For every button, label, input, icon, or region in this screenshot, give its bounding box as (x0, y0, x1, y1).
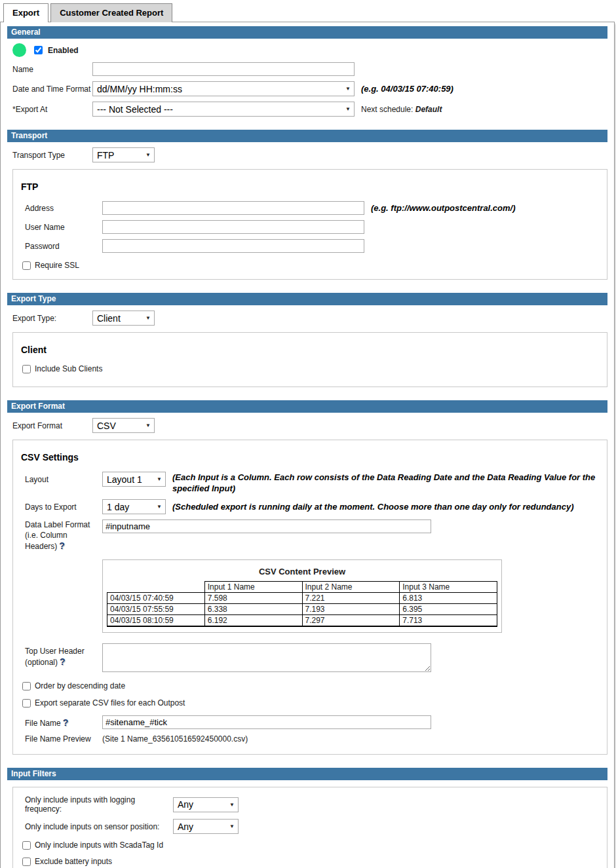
export-format-label: Export Format (12, 421, 92, 430)
ftp-username-row: User Name (25, 220, 599, 234)
name-input[interactable] (92, 62, 355, 76)
input-filters-box: Only include inputs with logging frequen… (12, 787, 607, 868)
section-input-filters: Input Filters Only include inputs with l… (7, 768, 607, 868)
section-export-format: Export Format Export Format CSV ▼ CSV Se… (7, 400, 607, 755)
require-ssl-checkbox[interactable] (22, 261, 31, 270)
csv-settings-heading: CSV Settings (21, 452, 599, 462)
tab-customer-created-report[interactable]: Customer Created Report (50, 3, 172, 22)
ftp-username-input[interactable] (102, 220, 364, 234)
include-sub-clients-row: Include Sub Clients (22, 364, 599, 373)
file-name-row: File Name? (25, 715, 599, 729)
next-schedule-value: Default (415, 105, 442, 114)
exclude-battery-label: Exclude battery inputs (35, 857, 112, 866)
layout-row: Layout Layout 1 ▼ (Each Input is a Colum… (25, 472, 599, 494)
ftp-password-input[interactable] (102, 239, 364, 253)
logging-frequency-row: Only include inputs with logging frequen… (25, 795, 599, 814)
ftp-password-row: Password (25, 239, 599, 253)
datetime-format-select[interactable]: dd/MM/yy HH:mm:ss ▼ (92, 81, 355, 96)
next-schedule-label: Next schedule: (361, 105, 413, 114)
enabled-label: Enabled (48, 46, 79, 55)
export-at-select[interactable]: --- Not Selected --- ▼ (92, 102, 355, 117)
transport-type-select[interactable]: FTP ▼ (92, 147, 155, 162)
order-desc-checkbox[interactable] (22, 682, 31, 690)
include-sub-clients-label: Include Sub Clients (35, 364, 102, 373)
days-to-export-value: 1 day (107, 502, 129, 512)
export-format-select[interactable]: CSV ▼ (92, 418, 155, 433)
preview-col-header (107, 582, 205, 593)
help-icon[interactable]: ? (60, 656, 66, 667)
help-icon[interactable]: ? (63, 717, 69, 728)
preview-row: 04/03/15 07:40:597.5987.2216.813 (107, 593, 497, 604)
days-to-export-label: Days to Export (25, 502, 102, 512)
scadatag-label: Only include inputs with ScadaTag Id (35, 840, 163, 850)
help-icon[interactable]: ? (59, 540, 65, 551)
status-green-dot-icon (12, 43, 26, 57)
scadatag-checkbox[interactable] (22, 841, 31, 850)
file-name-text: File Name (25, 719, 61, 728)
preview-header-row: Input 1 NameInput 2 NameInput 3 Name (107, 582, 497, 593)
csv-preview-table: Input 1 NameInput 2 NameInput 3 Name 04/… (107, 581, 497, 627)
data-label-format-label: Data Label Format (i.e. Column Headers)? (25, 519, 102, 552)
file-name-label: File Name? (25, 717, 102, 728)
require-ssl-label: Require SSL (35, 261, 79, 270)
name-row: Name (12, 62, 607, 76)
export-type-label: Export Type: (12, 314, 92, 323)
logging-frequency-select[interactable]: Any ▼ (173, 797, 239, 812)
ftp-username-label: User Name (25, 223, 102, 232)
datetime-format-hint: (e.g. 04/03/15 07:40:59) (361, 84, 453, 94)
separate-files-checkbox[interactable] (22, 699, 31, 708)
top-user-header-textarea[interactable] (102, 643, 431, 672)
export-type-value: Client (97, 313, 121, 324)
ftp-password-label: Password (25, 242, 102, 251)
preview-col-header: Input 3 Name (400, 582, 497, 593)
datetime-format-value: dd/MM/yy HH:mm:ss (97, 84, 182, 94)
tab-export[interactable]: Export (3, 3, 48, 22)
order-desc-label: Order by descending date (35, 681, 125, 690)
ftp-address-input[interactable] (102, 201, 364, 215)
chevron-down-icon: ▼ (345, 86, 351, 92)
include-sub-clients-checkbox[interactable] (22, 365, 31, 373)
export-type-row: Export Type: Client ▼ (12, 311, 607, 326)
tab-bar: Export Customer Created Report (0, 0, 616, 22)
top-user-header-text: Top User Header (optional) (25, 647, 85, 667)
preview-row: 04/03/15 07:55:596.3387.1936.395 (107, 604, 497, 615)
exclude-battery-row: Exclude battery inputs (22, 857, 599, 866)
logging-frequency-value: Any (178, 799, 193, 810)
data-label-format-text: Data Label Format (i.e. Column Headers) (25, 520, 90, 551)
csv-content-preview: CSV Content Preview Input 1 NameInput 2 … (102, 559, 502, 633)
sensor-position-label: Only include inputs on sensor position: (25, 822, 173, 831)
client-settings-box: Client Include Sub Clients (12, 332, 607, 387)
layout-hint: (Each Input is a Column. Each row consis… (172, 472, 597, 494)
top-user-header-row: Top User Header (optional)? (25, 643, 599, 672)
sensor-position-select[interactable]: Any ▼ (173, 819, 239, 834)
days-to-export-select[interactable]: 1 day ▼ (102, 499, 166, 514)
export-format-row: Export Format CSV ▼ (12, 418, 607, 433)
next-schedule-text: Next schedule: Default (361, 105, 442, 114)
datetime-format-label: Date and Time Format (12, 85, 92, 94)
export-at-row: *Export At --- Not Selected --- ▼ Next s… (12, 102, 607, 117)
chevron-down-icon: ▼ (145, 423, 151, 428)
preview-col-header: Input 2 Name (302, 582, 400, 593)
data-label-format-row: Data Label Format (i.e. Column Headers)? (25, 519, 599, 552)
section-export-type: Export Type Export Type: Client ▼ Client… (7, 293, 607, 387)
layout-label: Layout (25, 472, 102, 484)
scadatag-row: Only include inputs with ScadaTag Id (22, 840, 599, 850)
layout-value: Layout 1 (107, 474, 142, 485)
client-heading: Client (21, 345, 599, 355)
chevron-down-icon: ▼ (145, 152, 151, 158)
file-name-input[interactable] (102, 715, 431, 729)
transport-type-value: FTP (97, 150, 114, 160)
layout-select[interactable]: Layout 1 ▼ (102, 472, 166, 487)
section-header-transport: Transport (7, 130, 607, 142)
separate-files-row: Export separate CSV files for each Outpo… (22, 698, 599, 708)
export-type-select[interactable]: Client ▼ (92, 311, 155, 326)
exclude-battery-checkbox[interactable] (22, 858, 31, 866)
name-label: Name (12, 65, 92, 74)
section-header-general: General (7, 26, 607, 39)
enabled-checkbox[interactable] (34, 46, 43, 54)
sensor-position-row: Only include inputs on sensor position: … (25, 819, 599, 834)
data-label-format-input[interactable] (102, 519, 431, 533)
file-name-preview-label: File Name Preview (25, 734, 102, 744)
csv-preview-row: CSV Content Preview Input 1 NameInput 2 … (25, 557, 599, 634)
days-to-export-row: Days to Export 1 day ▼ (Scheduled export… (25, 499, 599, 514)
